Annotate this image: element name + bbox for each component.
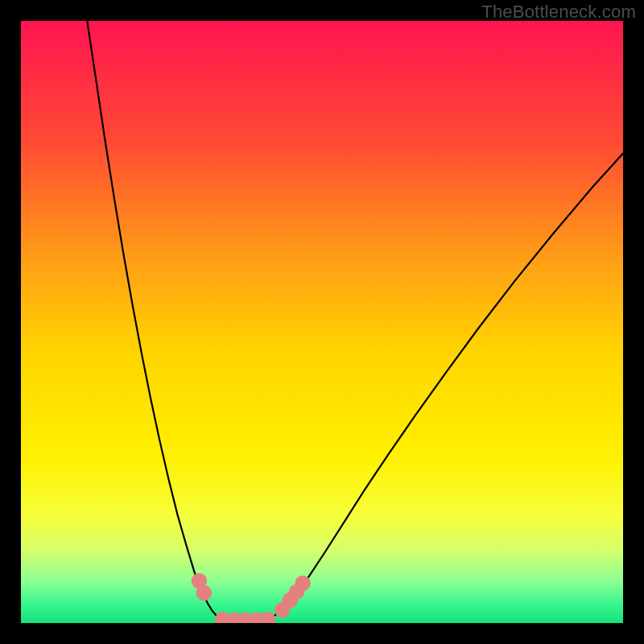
data-marker [295, 576, 310, 591]
data-marker [196, 585, 212, 601]
chart-frame: TheBottleneck.com [0, 0, 644, 644]
bottleneck-chart [21, 21, 623, 623]
watermark-text: TheBottleneck.com [481, 2, 636, 23]
gradient-background [21, 21, 623, 623]
